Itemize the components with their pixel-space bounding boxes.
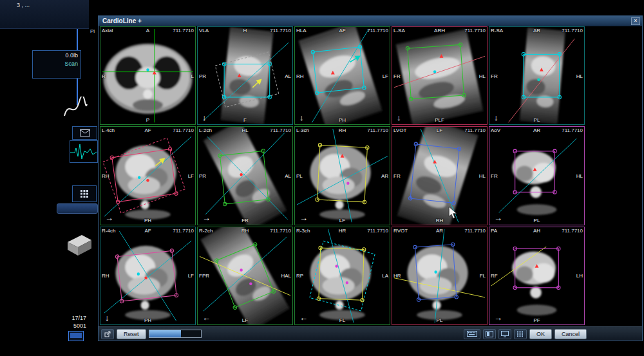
stack-3d-icon[interactable] [64,233,94,260]
series-number: 711.7710 [464,127,486,133]
cardioline-grid: AxialA711.7710RLPVLAH711.7710PRALF↓HLAAF… [100,26,585,325]
viewport-r-sa[interactable]: R-SAAR711.7710FRHLPL↓ [489,26,585,125]
viewport-rvot[interactable]: RVOTAR711.7710HRFLPL [392,227,488,325]
scroll-arrow-down: ↓ [202,113,207,122]
scroll-arrow-right: → [299,213,308,223]
orientation-label-bottom: F [243,117,247,123]
viewport-r-3ch[interactable]: R-3chHR711.7710RPLAFL← [294,227,390,325]
ok-button[interactable]: OK [529,329,552,339]
keyboard-icon-button[interactable] [464,329,480,339]
view-name: R-SA [491,28,503,33]
grid-icon-button[interactable] [514,329,527,339]
series-number: 711.7710 [173,28,194,33]
orientation-label-top: RH [339,127,346,133]
keypad-icon[interactable] [72,185,97,202]
orientation-label-top: H [243,28,247,33]
orientation-label-top: AR [436,228,443,234]
reset-button[interactable]: Reset [117,329,146,339]
orientation-label-left: FR [491,73,498,79]
viewport-l-4ch[interactable]: L-4chAF711.7710RHLFPH→ [100,126,196,225]
viewport-pa[interactable]: PAAH711.7710RFLHPF→ [489,227,585,325]
orientation-label-left: FR [393,173,401,178]
series-number: 711.7710 [270,127,291,133]
viewport-r-2ch[interactable]: R-2chRH711.7710FPRHALLF← [197,227,293,325]
orientation-label-right: LH [576,273,583,279]
orientation-label-left: RH [102,273,109,279]
view-name: VLA [199,28,209,33]
patient-weight: 0.0lb [35,52,78,59]
window-titlebar[interactable]: CardioLine + × [99,16,642,26]
view-name: AoV [491,127,500,133]
orientation-label-right: L [191,73,194,79]
series-number: 711.7710 [367,28,388,33]
viewport-l-sa[interactable]: L-SAARH711.7710FRHLPLF↓ [392,26,488,125]
orientation-label-bottom: PF [533,317,540,323]
viewport-lvot[interactable]: LVOTLF711.7710FRHLRH [392,126,488,225]
viewport-aov[interactable]: AoVAR711.7710FRHLPL→ [489,126,585,225]
display-icon[interactable] [68,331,84,341]
progress-bar [149,330,202,338]
orientation-label-top: HR [339,228,346,234]
layout-panes-icon-button[interactable] [483,329,496,339]
orientation-label-top: AF [144,127,151,133]
orientation-label-right: AL [285,173,291,178]
orientation-label-right: HL [479,173,486,178]
viewport-l-3ch[interactable]: L-3chRH711.7710PLARLF→ [294,126,390,225]
view-name: L-SA [393,28,405,33]
viewport-hla[interactable]: HLAAF711.7710RHLFPH↓ [294,26,390,125]
orientation-label-top: HL [242,127,248,133]
orientation-label-top: AF [144,228,151,234]
scroll-arrow-down: ↓ [105,313,109,323]
orientation-label-left: HR [393,273,401,279]
series-number: 711.7710 [270,28,291,33]
view-name: L-4ch [102,127,115,133]
monitor-icon-button[interactable] [498,329,511,339]
annotation-pen-icon[interactable] [62,97,89,122]
copy-graphics-button[interactable] [101,329,114,339]
viewport-l-2ch[interactable]: L-2chHL711.7710PRALFR→ [197,126,293,225]
orientation-label-top: A [146,28,149,33]
scroll-arrow-down: ↓ [299,113,304,122]
orientation-label-bottom: FR [242,218,249,223]
series-number: 711.7710 [562,228,583,234]
orientation-label-bottom: PH [144,218,151,223]
orientation-label-bottom: FL [339,317,345,323]
scroll-arrow-left: ← [202,313,211,323]
host-top-text: 3 , ... [17,2,30,8]
orientation-label-left: RP [296,273,303,279]
orientation-label-right: HL [576,173,583,178]
series-number: 711.7710 [367,127,388,133]
series-number: 711.7710 [173,127,194,133]
close-button[interactable]: × [631,17,640,25]
orientation-label-top: AH [533,228,540,234]
orientation-label-left: FR [393,73,401,79]
orientation-label-top: AR [533,28,540,33]
orientation-label-right: LF [188,273,194,279]
view-name: R-4ch [102,228,115,234]
orientation-label-right: LA [382,273,388,279]
orientation-label-bottom: LF [242,317,248,323]
view-name: HLA [296,28,307,33]
toolbar-pill-button[interactable] [57,203,98,214]
orientation-label-left: PR [199,173,206,178]
viewport-axial[interactable]: AxialA711.7710RLP [100,26,196,125]
viewport-r-4ch[interactable]: R-4chAF711.7710RHLFPH↓ [100,227,196,325]
orientation-label-right: AR [381,173,388,178]
orientation-label-right: FL [480,273,486,279]
orientation-label-left: PR [199,73,206,79]
orientation-label-left: RF [491,273,498,279]
scroll-arrow-down: ↓ [494,113,498,122]
view-name: RVOT [393,228,408,234]
orientation-label-bottom: PH [339,117,346,123]
message-icon[interactable] [72,126,97,140]
viewport-vla[interactable]: VLAH711.7710PRALF↓ [197,26,293,125]
orientation-label-left: FR [491,173,498,178]
image-counter: 17/17 [71,314,86,322]
series-id: 5001 [71,322,86,330]
scroll-arrow-right: → [105,213,113,223]
cancel-button[interactable]: Cancel [554,329,587,339]
view-name: R-2ch [199,228,213,234]
scroll-arrow-right: → [494,213,502,223]
series-number: 711.7710 [464,28,486,33]
orientation-label-top: LF [437,127,442,133]
